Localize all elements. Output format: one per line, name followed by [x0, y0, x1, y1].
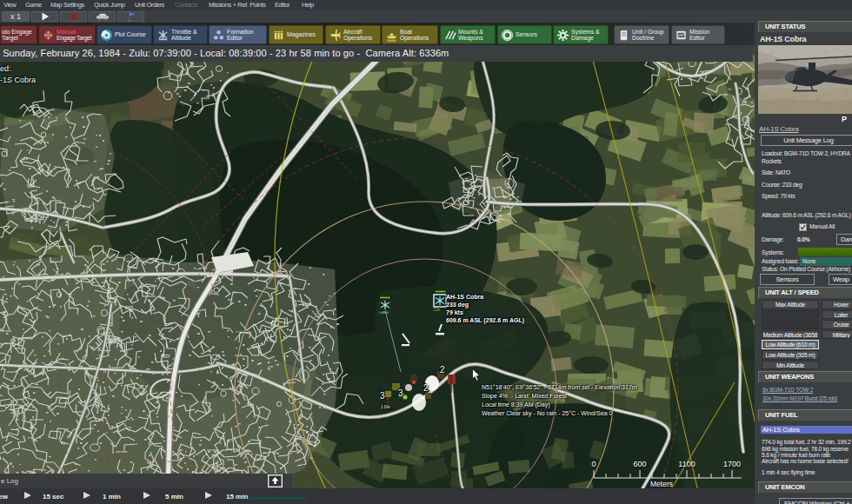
svg-text:Cbr: Cbr: [434, 308, 441, 312]
svg-text:Meters: Meters: [650, 480, 673, 488]
svg-text:LdMrk: LdMrk: [379, 310, 389, 315]
svg-text:1700: 1700: [723, 460, 741, 468]
svg-text:1100: 1100: [678, 460, 695, 468]
svg-text:600: 600: [633, 460, 646, 468]
svg-text:0: 0: [591, 460, 596, 468]
